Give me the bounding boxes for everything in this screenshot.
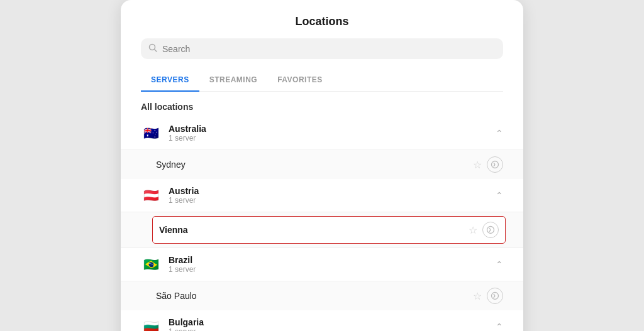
country-name-austria: Austria [169, 186, 496, 196]
country-row-austria[interactable]: 🇦🇹 Austria 1 server ⌃ [121, 179, 523, 212]
star-sydney[interactable]: ☆ [473, 159, 482, 171]
search-icon [148, 43, 157, 54]
connect-vienna[interactable] [482, 222, 499, 238]
chevron-australia: ⌃ [496, 128, 503, 138]
city-row-sydney: Sydney ☆ [121, 149, 523, 179]
server-count-brazil: 1 server [169, 265, 496, 274]
server-count-bulgaria: 1 server [169, 327, 496, 331]
search-input[interactable] [162, 44, 496, 54]
server-count-austria: 1 server [169, 196, 496, 205]
tab-streaming[interactable]: STREAMING [199, 69, 268, 92]
city-row-vienna-wrapper: Vienna ☆ [121, 212, 523, 248]
city-name-sydney: Sydney [156, 160, 473, 170]
city-name-vienna: Vienna [159, 225, 469, 235]
chevron-bulgaria: ⌃ [496, 322, 503, 331]
tab-servers[interactable]: SERVERS [141, 69, 199, 92]
app-window: Locations SERVERS STREAMING FAVORITES Al… [121, 0, 523, 331]
flag-bulgaria: 🇧🇬 [141, 317, 161, 331]
star-vienna[interactable]: ☆ [469, 224, 477, 236]
country-name-bulgaria: Bulgaria [169, 317, 496, 327]
connect-saopaulo[interactable] [487, 288, 503, 304]
search-bar [141, 38, 503, 59]
city-name-saopaulo: São Paulo [156, 291, 473, 301]
flag-brazil: 🇧🇷 [141, 254, 161, 274]
chevron-austria: ⌃ [496, 190, 503, 200]
section-title: All locations [141, 102, 503, 112]
flag-australia: 🇦🇺 [141, 123, 161, 143]
country-name-australia: Australia [169, 124, 496, 134]
page-title: Locations [121, 15, 523, 28]
chevron-brazil: ⌃ [496, 259, 503, 269]
country-row-brazil[interactable]: 🇧🇷 Brazil 1 server ⌃ [121, 248, 523, 281]
tabs-container: SERVERS STREAMING FAVORITES [141, 69, 503, 92]
flag-austria: 🇦🇹 [141, 185, 161, 205]
country-row-bulgaria[interactable]: 🇧🇬 Bulgaria 1 server ⌃ [121, 310, 523, 331]
city-row-saopaulo: São Paulo ☆ [121, 281, 523, 310]
svg-line-1 [155, 50, 157, 52]
star-saopaulo[interactable]: ☆ [473, 290, 482, 302]
city-row-vienna-highlighted[interactable]: Vienna ☆ [152, 216, 506, 244]
tab-favorites[interactable]: FAVORITES [267, 69, 333, 92]
server-count-australia: 1 server [169, 134, 496, 143]
country-name-brazil: Brazil [169, 255, 496, 265]
country-row-australia[interactable]: 🇦🇺 Australia 1 server ⌃ [121, 117, 523, 149]
connect-sydney[interactable] [487, 156, 503, 173]
